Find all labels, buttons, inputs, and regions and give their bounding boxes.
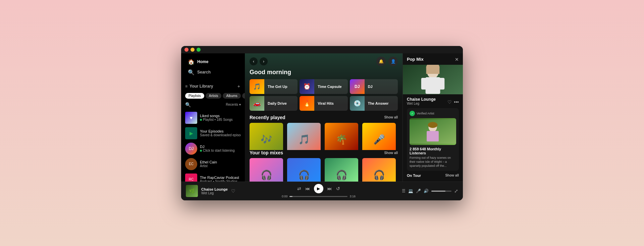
- pickup-thumb-wrap: 🎤 ▶: [362, 123, 396, 150]
- quick-item-timecapsule[interactable]: ⏰ Time Capsule: [300, 79, 347, 94]
- svg-rect-4: [438, 78, 444, 90]
- play-pause-button[interactable]: ▶: [314, 184, 323, 193]
- library-item-liked[interactable]: ♥ Liked songs Playlist • 185 Songs: [181, 110, 245, 126]
- app-window: 🏠 Home 🔍 Search ≡ Your Library +: [181, 46, 463, 200]
- on-tour-show-all[interactable]: Show all: [445, 174, 459, 177]
- profile-button[interactable]: 👤: [388, 57, 398, 66]
- time-total: 3:16: [350, 195, 356, 198]
- recents-label: Recents: [226, 103, 238, 106]
- filter-tabs: Playlists Artists Albums Podcasts ›: [181, 92, 245, 101]
- quick-item-dailydrive[interactable]: 🚗 Daily Drive: [250, 96, 298, 111]
- card-pickup[interactable]: 🎤 ▶ Pick it ups Michael Minelli: [362, 123, 396, 146]
- on-tour-section: On Tour Show all: [403, 174, 463, 182]
- filter-tab-playlists[interactable]: Playlists: [185, 93, 204, 99]
- recently-played-title[interactable]: Recently played: [250, 115, 285, 120]
- close-dot[interactable]: [184, 48, 189, 52]
- staycation-play-icon: ▶: [347, 145, 356, 150]
- library-item-ethel[interactable]: EC Ethel Cain Artist: [181, 156, 245, 172]
- library-item-episodes[interactable]: ▶ Your Episodes Saved & downloaded episo…: [181, 126, 245, 141]
- next-button[interactable]: ⏭: [327, 186, 332, 191]
- library-title-btn[interactable]: ≡ Your Library: [185, 84, 213, 89]
- viralhits-thumb: 🔥: [300, 96, 314, 111]
- ethel-name: Ethel Cain: [200, 160, 241, 164]
- recents-button[interactable]: Recents ▾: [226, 103, 241, 106]
- like-track-button[interactable]: ♡: [447, 99, 452, 105]
- track-info: Chaise Lounge Wet Leg ♡ •••: [403, 94, 463, 108]
- svg-rect-6: [426, 67, 440, 74]
- card-mix4[interactable]: 🎧 ▶: [362, 158, 396, 177]
- mix4-play-icon: ▶: [384, 180, 394, 181]
- answer-label: The Answer: [365, 101, 392, 105]
- library-item-rapcaviar[interactable]: RC The RapCaviar Podcast Podcast • Spoti…: [181, 172, 245, 182]
- synced-indicator: [200, 119, 202, 121]
- nav-home[interactable]: 🏠 Home: [185, 57, 241, 67]
- player-bar: 🌿 Chaise Lounge Wet Leg ♡ ⇄ ⏮ ▶ ⏭ ↺ 0:00…: [181, 182, 463, 200]
- getup-label: The Get Up: [264, 85, 291, 89]
- forward-button[interactable]: ›: [260, 57, 268, 65]
- minimize-dot[interactable]: [191, 48, 195, 52]
- staycation-thumb-wrap: 🌴 ▶: [325, 123, 358, 150]
- player-artist: Wet Leg: [201, 191, 228, 195]
- fullscreen-button[interactable]: ⤢: [454, 188, 458, 194]
- quick-item-viralhits[interactable]: 🔥 Viral Hits: [300, 96, 347, 111]
- library-section: ≡ Your Library + Playlists Artists Album…: [181, 80, 245, 182]
- ethel-info: Ethel Cain Artist: [200, 160, 241, 168]
- library-search-icon[interactable]: 🔍: [185, 102, 191, 107]
- shuffle-button[interactable]: ⇄: [297, 186, 301, 191]
- filter-tab-albums[interactable]: Albums: [223, 93, 240, 99]
- library-items: ♥ Liked songs Playlist • 185 Songs: [181, 109, 245, 182]
- header-right: 🔔 👤: [376, 57, 398, 66]
- devices-button[interactable]: 💻: [408, 189, 413, 193]
- filter-tab-artists[interactable]: Artists: [206, 93, 222, 99]
- progress-bar[interactable]: [289, 196, 347, 197]
- panel-header: Pop Mix ✕: [403, 53, 463, 65]
- quick-item-getup[interactable]: 🎵 The Get Up: [250, 79, 298, 94]
- player-like-button[interactable]: ♡: [231, 188, 235, 194]
- maximize-dot[interactable]: [197, 48, 201, 52]
- monthly-listeners: 2 859 648 Monthly Listeners: [410, 147, 456, 155]
- mix1-play-icon: ▶: [272, 180, 281, 181]
- artist-photo[interactable]: [410, 118, 456, 145]
- queue-button[interactable]: ☰: [402, 189, 406, 193]
- card-breakaway[interactable]: 🎵 ▶ Breakaway Glassio: [287, 123, 321, 146]
- previous-button[interactable]: ⏮: [305, 186, 310, 191]
- quick-play-grid: 🎵 The Get Up ⏰ Time Capsule DJ DJ 🚗 Dail…: [245, 79, 402, 115]
- volume-button[interactable]: 🔊: [424, 189, 429, 193]
- svg-rect-10: [427, 131, 439, 142]
- home-icon: 🏠: [188, 59, 195, 65]
- card-mix3[interactable]: 🎧 ▶: [325, 158, 358, 177]
- verified-label: Verified Artist: [417, 112, 434, 115]
- quick-item-dj-main[interactable]: DJ DJ: [350, 79, 398, 94]
- card-mix1[interactable]: 🎧 ▶: [250, 158, 283, 177]
- add-library-button[interactable]: +: [237, 83, 241, 90]
- dailydrive-thumb: 🚗: [250, 96, 264, 111]
- repeat-button[interactable]: ↺: [336, 186, 340, 191]
- mix2-play-icon: ▶: [309, 180, 319, 181]
- time-current: 0:00: [282, 195, 288, 198]
- nav-search[interactable]: 🔍 Search: [185, 67, 241, 78]
- card-staycation[interactable]: 🌴 ▶ Staycation Bbyis Freshly: [325, 123, 358, 146]
- player-buttons: ⇄ ⏮ ▶ ⏭ ↺: [297, 184, 340, 193]
- player-track-info: Chaise Lounge Wet Leg: [201, 187, 228, 195]
- mix2-thumb-wrap: 🎧 ▶: [287, 158, 321, 181]
- top-mixes-header: Your top mixes Show all: [245, 150, 402, 158]
- back-button[interactable]: ‹: [250, 57, 258, 65]
- top-mixes-show-all[interactable]: Show all: [384, 151, 398, 155]
- filter-tab-podcasts[interactable]: Podcasts: [242, 93, 245, 99]
- card-electric[interactable]: 🎶 ▶ Electric Feeling Decora: [250, 123, 283, 146]
- notifications-button[interactable]: 🔔: [376, 57, 386, 66]
- volume-bar[interactable]: [431, 191, 451, 192]
- dj-main-label: DJ: [365, 85, 376, 89]
- top-mixes-title[interactable]: Your top mixes: [250, 150, 283, 155]
- quick-item-answer[interactable]: 💿 The Answer: [350, 96, 398, 111]
- recently-played-show-all[interactable]: Show all: [384, 115, 398, 119]
- track-more-button[interactable]: •••: [454, 99, 459, 105]
- nav-search-label: Search: [197, 70, 211, 75]
- panel-close-button[interactable]: ✕: [455, 57, 459, 62]
- artist-description: Forming out of hazy scenes on their nati…: [410, 156, 456, 168]
- lyrics-button[interactable]: 🎤: [416, 189, 421, 193]
- library-item-dj[interactable]: DJ DJ Click to start listening: [181, 141, 245, 156]
- card-mix2[interactable]: 🎧 ▶: [287, 158, 321, 177]
- top-mixes-cards: 🎧 ▶ 🎧 ▶ 🎧: [245, 158, 402, 181]
- verified-row: ✓ Verified Artist: [410, 111, 456, 116]
